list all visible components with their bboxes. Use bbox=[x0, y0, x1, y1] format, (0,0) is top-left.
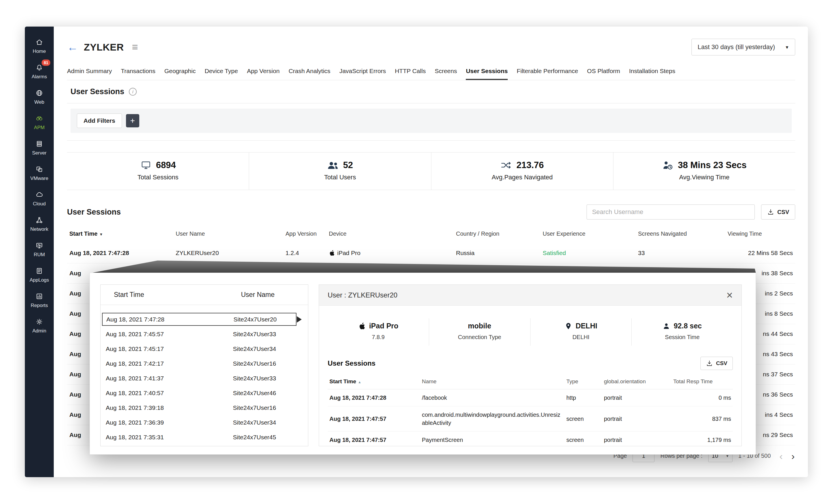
tab-admin-summary[interactable]: Admin Summary bbox=[67, 67, 112, 80]
card-session-time: 92.8 sec Session Time bbox=[631, 318, 733, 346]
detail-table-row[interactable]: Aug 18, 2021 7:47:57 PaymentScreen scree… bbox=[328, 432, 733, 447]
detail-column-orientation[interactable]: global.orientation bbox=[602, 374, 672, 389]
tab-transactions[interactable]: Transactions bbox=[121, 67, 155, 80]
stat-value: 38 Mins 23 Secs bbox=[678, 160, 747, 170]
detail-cell-name: com.android.multiwindowplayground.activi… bbox=[420, 406, 565, 432]
tab-installation-steps[interactable]: Installation Steps bbox=[629, 67, 675, 80]
sidebar-item-label: Cloud bbox=[33, 201, 46, 207]
list-cell-time: Aug 18, 2021 7:36:39 bbox=[106, 419, 233, 426]
list-row[interactable]: Aug 18, 2021 7:40:57Site24x7User46 bbox=[101, 386, 308, 400]
tab-device-type[interactable]: Device Type bbox=[205, 67, 238, 80]
detail-cell-resp: 0 ms bbox=[672, 389, 733, 406]
sidebar-item-alarms[interactable]: 81 Alarms bbox=[25, 59, 54, 84]
sidebar-item-home[interactable]: Home bbox=[25, 34, 54, 59]
sidebar-item-apm[interactable]: APM bbox=[25, 110, 54, 135]
location-pin-icon bbox=[565, 322, 572, 330]
list-row[interactable]: Aug 18, 2021 7:42:17Site24x7User16 bbox=[101, 356, 308, 371]
detail-cell-type: http bbox=[565, 389, 602, 406]
card-connection-type: mobile Connection Type bbox=[429, 318, 530, 346]
user-detail-header: User : ZYLKERUser20 bbox=[319, 285, 741, 306]
back-arrow-icon[interactable] bbox=[67, 42, 78, 53]
stat-total-sessions: 6894 Total Sessions bbox=[67, 152, 249, 190]
sidebar-item-vmware[interactable]: VMware bbox=[25, 161, 54, 186]
detail-cell-time: Aug 18, 2021 7:47:57 bbox=[328, 432, 420, 447]
sort-asc-icon bbox=[358, 380, 361, 384]
stat-label: Total Sessions bbox=[138, 173, 179, 181]
chevron-down-icon bbox=[785, 45, 789, 50]
tab-filterable-performance[interactable]: Filterable Performance bbox=[517, 67, 578, 80]
cell-screens-navigated: 33 bbox=[636, 243, 725, 263]
cell-device: iPad Pro bbox=[327, 243, 454, 263]
column-start-time[interactable]: Start Time bbox=[67, 225, 174, 243]
list-column-start-time: Start Time bbox=[114, 291, 241, 299]
sidebar-item-rum[interactable]: RUM bbox=[25, 237, 54, 262]
sidebar-item-reports[interactable]: Reports bbox=[25, 288, 54, 313]
list-cell-user: Site24x7User16 bbox=[233, 404, 308, 411]
date-range-dropdown[interactable]: Last 30 days (till yesterday) bbox=[691, 39, 795, 55]
tab-javascript-errors[interactable]: JavaScript Errors bbox=[339, 67, 386, 80]
list-row[interactable]: Aug 18, 2021 7:41:37Site24x7User33 bbox=[101, 371, 308, 386]
add-filter-plus-button[interactable] bbox=[126, 114, 139, 128]
detail-column-type[interactable]: Type bbox=[565, 374, 602, 389]
sidebar-item-applogs[interactable]: AppLogs bbox=[25, 262, 54, 288]
cell-country: Russia bbox=[454, 243, 540, 263]
cell-viewing-time: 22 Mins 58 Secs bbox=[725, 243, 795, 263]
hamburger-menu-icon[interactable] bbox=[132, 42, 138, 52]
tab-app-version[interactable]: App Version bbox=[247, 67, 280, 80]
detail-cell-orientation: portrait bbox=[602, 432, 672, 447]
column-device[interactable]: Device bbox=[327, 225, 454, 243]
filters-section: Add Filters bbox=[67, 103, 795, 141]
tab-geographic[interactable]: Geographic bbox=[164, 67, 196, 80]
sidebar-item-label: Web bbox=[34, 99, 45, 105]
sidebar-item-server[interactable]: Server bbox=[25, 135, 54, 161]
detail-csv-button[interactable]: CSV bbox=[700, 357, 733, 370]
sidebar-item-label: Server bbox=[32, 150, 47, 156]
info-icon[interactable] bbox=[129, 88, 137, 96]
list-row[interactable]: Aug 18, 2021 7:39:18Site24x7User16 bbox=[101, 400, 308, 415]
column-screens-navigated[interactable]: Screens Navigated bbox=[636, 225, 725, 243]
tab-http-calls[interactable]: HTTP Calls bbox=[395, 67, 426, 80]
sidebar-item-label: VMware bbox=[30, 175, 48, 182]
table-row[interactable]: Aug 18, 2021 7:47:28 ZYLKERUser20 1.2.4 … bbox=[67, 243, 795, 263]
person-clock-icon bbox=[662, 160, 674, 170]
list-row[interactable]: Aug 18, 2021 7:45:57Site24x7User33 bbox=[101, 327, 308, 341]
tab-screens[interactable]: Screens bbox=[435, 67, 457, 80]
next-page-icon[interactable] bbox=[791, 451, 795, 461]
stat-value: 6894 bbox=[156, 160, 176, 170]
column-user-name[interactable]: User Name bbox=[174, 225, 283, 243]
tab-user-sessions[interactable]: User Sessions bbox=[466, 67, 508, 80]
sidebar-item-network[interactable]: Network bbox=[25, 211, 54, 237]
list-row[interactable]: Aug 18, 2021 7:35:31Site24x7User45 bbox=[101, 430, 308, 445]
sidebar-item-admin[interactable]: Admin bbox=[25, 313, 54, 339]
tab-crash-analytics[interactable]: Crash Analytics bbox=[289, 67, 331, 80]
column-app-version[interactable]: App Version bbox=[283, 225, 327, 243]
detail-column-total-resp-time[interactable]: Total Resp Time bbox=[672, 374, 733, 389]
detail-column-start-time[interactable]: Start Time bbox=[328, 374, 420, 389]
search-username-input[interactable] bbox=[587, 204, 755, 219]
session-list-panel: Start Time User Name Aug 18, 2021 7:47:2… bbox=[100, 285, 308, 446]
vmware-icon bbox=[36, 165, 43, 173]
detail-table-row[interactable]: Aug 18, 2021 7:47:57 com.android.multiwi… bbox=[328, 406, 733, 432]
table-title: User Sessions bbox=[67, 208, 121, 217]
column-user-experience[interactable]: User Experience bbox=[540, 225, 636, 243]
column-country-region[interactable]: Country / Region bbox=[454, 225, 540, 243]
list-row[interactable]: Aug 18, 2021 7:45:17Site24x7User34 bbox=[101, 341, 308, 356]
column-viewing-time[interactable]: Viewing Time bbox=[725, 225, 795, 243]
tab-os-platform[interactable]: OS Platform bbox=[587, 67, 620, 80]
card-secondary: Connection Type bbox=[429, 334, 530, 341]
reports-icon bbox=[36, 293, 43, 300]
detail-column-name[interactable]: Name bbox=[420, 374, 565, 389]
card-secondary: DELHI bbox=[531, 334, 632, 341]
add-filters-button[interactable]: Add Filters bbox=[77, 113, 122, 128]
table-header-row: Start Time User Name App Version Device … bbox=[67, 225, 795, 243]
csv-export-button[interactable]: CSV bbox=[761, 204, 795, 219]
detail-cell-type: screen bbox=[565, 432, 602, 447]
list-row[interactable]: Aug 18, 2021 7:36:39Site24x7User34 bbox=[101, 415, 308, 430]
close-icon[interactable] bbox=[726, 290, 733, 301]
detail-table-row[interactable]: Aug 18, 2021 7:47:28 /facebook http port… bbox=[328, 389, 733, 406]
prev-page-icon[interactable] bbox=[779, 451, 782, 461]
sidebar-item-cloud[interactable]: Cloud bbox=[25, 186, 54, 211]
detail-sessions-table: Start Time Name Type global.orientation … bbox=[328, 374, 733, 446]
sidebar-item-web[interactable]: Web bbox=[25, 84, 54, 110]
list-row-selected[interactable]: Aug 18, 2021 7:47:28 Site24x7User20 bbox=[102, 313, 296, 326]
